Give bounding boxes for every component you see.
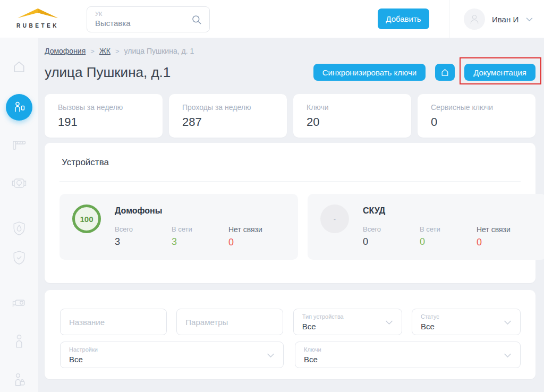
metric-offline: Нет связи 0 <box>228 225 285 248</box>
breadcrumb-separator: > <box>90 47 95 55</box>
intercom-section-icon <box>12 100 26 114</box>
stat-value: 20 <box>307 115 398 129</box>
metric-label: Всего <box>363 225 420 233</box>
metric-value: 3 <box>115 236 172 248</box>
person-icon <box>13 334 25 348</box>
metrics: Всего 3 В сети 3 Нет связи 0 <box>115 225 285 248</box>
metric-value: 0 <box>228 237 285 248</box>
sidebar-item-security[interactable] <box>12 250 26 265</box>
stat-label: Вызовы за неделю <box>58 103 149 112</box>
metric-value: 3 <box>172 236 228 248</box>
sidebar <box>0 38 38 392</box>
keys-select[interactable]: Ключи Все <box>295 342 521 368</box>
metric-value: 0 <box>420 236 477 248</box>
chevron-down-icon <box>385 320 394 325</box>
sidebar-item-fire-safety[interactable] <box>12 221 26 236</box>
metric-offline: Нет связи 0 <box>477 225 533 248</box>
filter-row-1: Тип устройства Все Статус Все <box>60 309 521 335</box>
select-label: Ключи <box>304 346 499 353</box>
metric-label: Всего <box>115 225 172 233</box>
user-name: Иван И <box>492 15 518 24</box>
device-card-acs: - СКУД Всего 0 В сети 0 Нет связи <box>308 194 544 260</box>
security-shield-icon <box>12 250 26 265</box>
search-input[interactable]: УК Выставка <box>87 6 210 32</box>
chevron-down-icon <box>525 17 533 22</box>
device-group-title: СКУД <box>363 206 533 216</box>
metric-total: Всего 3 <box>115 225 172 248</box>
chevron-down-icon <box>503 353 512 358</box>
device-cards: 100 Домофоны Всего 3 В сети 3 Нет с <box>60 194 521 260</box>
active-item-circle <box>6 94 32 121</box>
device-group-title: Домофоны <box>115 206 285 216</box>
sidebar-item-barrier[interactable] <box>11 137 27 152</box>
divider <box>60 181 521 182</box>
metric-value: 0 <box>477 237 533 248</box>
metric-total: Всего 0 <box>363 225 420 248</box>
sidebar-item-video-intercom[interactable] <box>11 176 28 190</box>
sync-keys-button[interactable]: Синхронизировать ключи <box>313 64 426 81</box>
select-value: Все <box>69 355 262 364</box>
logo-roof-icon <box>16 6 59 20</box>
select-value: Все <box>421 322 499 331</box>
stats-row: Вызовы за неделю 191 Проходы за неделю 2… <box>45 94 536 138</box>
select-value: Все <box>304 355 499 364</box>
device-card-intercoms: 100 Домофоны Всего 3 В сети 3 Нет с <box>60 194 298 260</box>
metric-label: В сети <box>172 225 228 233</box>
metric-value: 0 <box>363 236 420 248</box>
name-filter-input[interactable] <box>60 309 167 335</box>
add-button[interactable]: Добавить <box>378 8 429 29</box>
breadcrumb-link-domofoniya[interactable]: Домофония <box>45 47 86 55</box>
documentation-wrap: Документация <box>464 64 536 81</box>
documentation-button[interactable]: Документация <box>464 64 536 81</box>
stat-value: 0 <box>431 115 522 129</box>
search-icon[interactable] <box>191 14 202 28</box>
device-info: СКУД Всего 0 В сети 0 Нет связи 0 <box>363 204 533 249</box>
select-value: Все <box>302 322 380 331</box>
logo-text: RUBETEK <box>15 23 61 29</box>
sidebar-item-intercom[interactable] <box>6 94 32 121</box>
stat-value: 191 <box>58 115 149 129</box>
main-content: Домофония > ЖК > улица Пушкина, д. 1 ули… <box>45 38 536 379</box>
sidebar-item-cctv[interactable] <box>11 297 28 311</box>
header-divider <box>449 0 449 38</box>
stat-card-passes: Проходы за неделю 287 <box>169 94 287 138</box>
metrics: Всего 0 В сети 0 Нет связи 0 <box>363 225 533 248</box>
user-menu[interactable]: Иван И <box>464 8 533 30</box>
sidebar-item-residents[interactable] <box>13 334 25 348</box>
params-filter-input[interactable] <box>176 309 283 335</box>
devices-panel: Устройства 100 Домофоны Всего 3 В сети 3 <box>45 143 536 283</box>
fire-shield-icon <box>12 221 26 236</box>
stat-card-keys: Ключи 20 <box>293 94 411 138</box>
device-type-select[interactable]: Тип устройства Все <box>293 309 402 335</box>
page-title: улица Пушкина, д.1 <box>45 64 171 81</box>
sidebar-item-access[interactable] <box>13 372 26 387</box>
avatar <box>464 8 485 30</box>
stat-card-calls: Вызовы за неделю 191 <box>45 94 163 138</box>
breadcrumb-link-zhk[interactable]: ЖК <box>99 47 110 55</box>
header: RUBETEK УК Выставка Добавить Иван И <box>0 0 544 38</box>
select-label: Настройки <box>69 346 262 353</box>
barrier-icon <box>11 137 27 152</box>
stat-label: Проходы за неделю <box>182 103 274 112</box>
metric-label: Нет связи <box>228 225 285 234</box>
select-label: Тип устройства <box>302 313 380 320</box>
breadcrumb-separator: > <box>115 47 120 55</box>
filter-panel: Тип устройства Все Статус Все Настройки … <box>45 290 536 379</box>
video-intercom-icon <box>11 176 28 190</box>
settings-select[interactable]: Настройки Все <box>60 342 284 368</box>
breadcrumb: Домофония > ЖК > улица Пушкина, д. 1 <box>45 47 536 55</box>
health-badge: - <box>320 204 349 233</box>
title-row: улица Пушкина, д.1 Синхронизировать ключ… <box>45 60 536 84</box>
metric-label: В сети <box>420 225 477 233</box>
chevron-down-icon <box>266 353 275 358</box>
person-icon <box>469 13 480 25</box>
select-label: Статус <box>421 313 499 320</box>
person-lock-icon <box>13 372 26 387</box>
search-field-label: УК <box>95 11 186 17</box>
home-action-button[interactable] <box>435 64 455 81</box>
status-select[interactable]: Статус Все <box>412 309 521 335</box>
cctv-camera-icon <box>11 297 28 311</box>
page-actions: Синхронизировать ключи Документация <box>313 64 536 81</box>
home-icon <box>12 59 27 74</box>
sidebar-item-home[interactable] <box>12 59 27 74</box>
